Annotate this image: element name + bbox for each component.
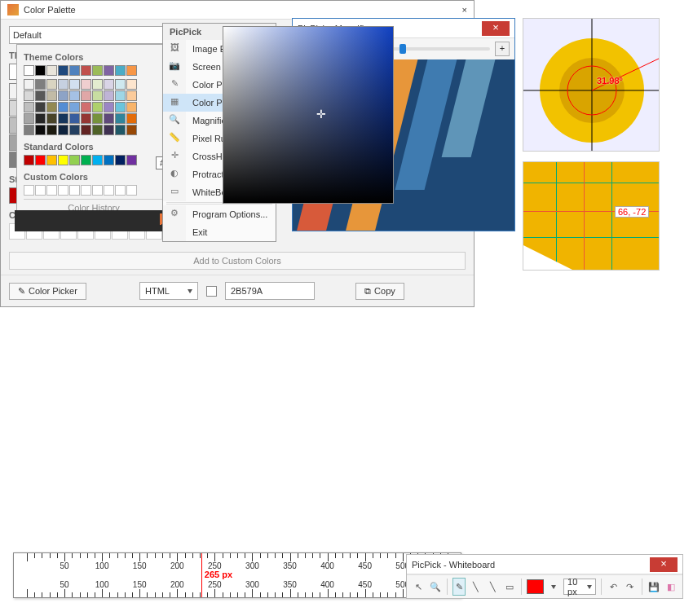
color-swatch[interactable] <box>115 79 126 90</box>
custom-color-slot[interactable] <box>35 185 46 196</box>
color-swatch[interactable] <box>35 155 46 165</box>
color-swatch[interactable] <box>69 90 80 101</box>
color-swatch[interactable] <box>81 155 91 165</box>
color-swatch[interactable] <box>92 102 103 112</box>
size-dropdown[interactable]: 10 px <box>563 579 596 595</box>
menu-item[interactable]: Exit <box>163 223 276 241</box>
color-swatch[interactable] <box>58 65 68 76</box>
color-swatch[interactable] <box>58 113 68 124</box>
color-swatch[interactable] <box>24 79 34 90</box>
color-swatch[interactable] <box>58 102 68 112</box>
pixel-ruler[interactable]: 5050100100150150200200250250300300350350… <box>13 552 461 598</box>
custom-color-slot[interactable] <box>69 185 80 196</box>
close-button[interactable]: × <box>462 5 467 15</box>
color-swatch[interactable] <box>104 65 114 76</box>
color-swatch[interactable] <box>58 125 68 135</box>
rect-tool[interactable]: ▭ <box>502 578 516 596</box>
color-swatch[interactable] <box>81 79 91 90</box>
color-swatch[interactable] <box>35 90 46 101</box>
color-swatch[interactable] <box>46 79 57 90</box>
custom-color-slot[interactable] <box>126 185 137 196</box>
color-swatch[interactable] <box>35 102 46 112</box>
color-swatch[interactable] <box>24 125 34 135</box>
zoom-tool[interactable]: 🔍 <box>429 578 443 596</box>
color-swatch[interactable] <box>115 155 126 165</box>
color-swatch[interactable] <box>69 113 80 124</box>
color-swatch[interactable] <box>104 113 114 124</box>
color-swatch[interactable] <box>92 125 103 135</box>
color-gradient[interactable]: ✛ <box>223 26 394 204</box>
color-swatch[interactable] <box>126 125 137 135</box>
color-swatch[interactable] <box>115 65 126 76</box>
erase-button[interactable]: ◧ <box>664 578 678 596</box>
color-swatch[interactable] <box>69 79 80 90</box>
color-swatch[interactable] <box>527 579 544 594</box>
custom-color-slot[interactable] <box>92 185 103 196</box>
save-button[interactable]: 💾 <box>647 578 661 596</box>
color-swatch[interactable] <box>92 155 103 165</box>
color-swatch[interactable] <box>92 113 103 124</box>
color-swatch[interactable] <box>81 125 91 135</box>
color-swatch[interactable] <box>92 90 103 101</box>
color-swatch[interactable] <box>35 113 46 124</box>
color-swatch[interactable] <box>46 90 57 101</box>
color-swatch[interactable] <box>126 90 137 101</box>
color-picker-button[interactable]: ✎Color Picker <box>9 283 86 300</box>
color-swatch[interactable] <box>81 113 91 124</box>
close-button[interactable]: × <box>650 557 678 572</box>
close-button[interactable]: × <box>482 21 510 36</box>
color-swatch[interactable] <box>46 102 57 112</box>
hex-value-field[interactable]: 2B579A <box>225 282 315 300</box>
color-swatch[interactable] <box>115 113 126 124</box>
color-swatch[interactable] <box>24 113 34 124</box>
pen-tool[interactable]: ✎ <box>452 578 466 596</box>
custom-color-slot[interactable] <box>46 185 57 196</box>
color-swatch[interactable] <box>35 65 46 76</box>
color-swatch[interactable] <box>104 79 114 90</box>
color-swatch[interactable] <box>126 102 137 112</box>
color-swatch[interactable] <box>104 155 114 165</box>
color-swatch[interactable] <box>46 125 57 135</box>
custom-color-slot[interactable] <box>58 185 68 196</box>
color-swatch[interactable] <box>35 79 46 90</box>
color-dropdown[interactable] <box>547 578 561 596</box>
pointer-tool[interactable]: ↖ <box>412 578 426 596</box>
color-swatch[interactable] <box>69 155 80 165</box>
color-swatch[interactable] <box>24 90 34 101</box>
hash-checkbox[interactable] <box>206 286 217 297</box>
custom-color-slot[interactable] <box>81 185 91 196</box>
color-swatch[interactable] <box>58 79 68 90</box>
color-swatch[interactable] <box>24 65 34 76</box>
add-to-custom-button[interactable]: Add to Custom Colors <box>9 252 466 270</box>
custom-color-slot[interactable] <box>115 185 126 196</box>
color-swatch[interactable] <box>126 155 137 165</box>
color-swatch[interactable] <box>115 90 126 101</box>
color-swatch[interactable] <box>115 102 126 112</box>
color-swatch[interactable] <box>24 102 34 112</box>
color-swatch[interactable] <box>69 102 80 112</box>
color-swatch[interactable] <box>104 90 114 101</box>
color-swatch[interactable] <box>81 65 91 76</box>
color-swatch[interactable] <box>104 125 114 135</box>
line-tool-2[interactable]: ╲ <box>486 578 500 596</box>
custom-color-slot[interactable] <box>104 185 114 196</box>
menu-item[interactable]: ⚙Program Options... <box>163 205 276 223</box>
undo-button[interactable]: ↶ <box>607 578 620 596</box>
line-tool[interactable]: ╲ <box>469 578 483 596</box>
zoom-in-button[interactable]: + <box>495 42 510 56</box>
color-swatch[interactable] <box>35 125 46 135</box>
color-swatch[interactable] <box>81 90 91 101</box>
format-dropdown[interactable]: HTML <box>139 282 198 300</box>
custom-color-slot[interactable] <box>24 185 34 196</box>
color-swatch[interactable] <box>46 113 57 124</box>
color-swatch[interactable] <box>81 102 91 112</box>
color-swatch[interactable] <box>58 155 68 165</box>
color-swatch[interactable] <box>126 113 137 124</box>
color-swatch[interactable] <box>115 125 126 135</box>
color-swatch[interactable] <box>126 65 137 76</box>
color-swatch[interactable] <box>69 65 80 76</box>
copy-button[interactable]: ⧉Copy <box>355 283 404 300</box>
color-swatch[interactable] <box>69 125 80 135</box>
color-swatch[interactable] <box>126 79 137 90</box>
color-swatch[interactable] <box>104 102 114 112</box>
